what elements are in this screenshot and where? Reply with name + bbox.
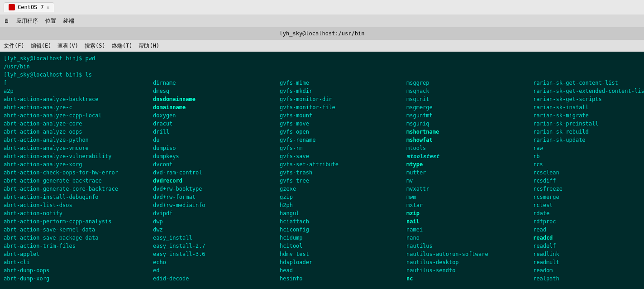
- ls-item: nautilus: [406, 242, 533, 250]
- ls-item: gvfs-monitor-file: [280, 103, 406, 111]
- ls-item: mshowfat: [406, 136, 533, 144]
- ls-item: dmesg: [153, 87, 280, 95]
- ls-item: hciattach: [280, 217, 406, 226]
- ls-item: head: [280, 266, 406, 275]
- ls-item: abrt-action-perform-ccpp-analysis: [4, 217, 153, 226]
- ls-item: hciconfig: [280, 226, 406, 234]
- ls-item: rcsclean: [533, 169, 644, 177]
- ls-item: edid-decode: [153, 275, 280, 283]
- edit-menu[interactable]: 编辑(E): [31, 42, 52, 50]
- ls-item: domainname: [153, 103, 280, 111]
- ls-item: readmult: [533, 258, 644, 266]
- ls-item: readelf: [533, 242, 644, 250]
- ls-item: realpath: [533, 275, 644, 283]
- ls-item: hcidump: [280, 234, 406, 242]
- ls-item: gvfs-tree: [280, 177, 406, 185]
- terminal-content[interactable]: [lyh_sky@localhost bin]$ pwd /usr/bin [l…: [0, 52, 644, 289]
- ls-item: nc: [406, 275, 533, 283]
- ls-item: hesinfo: [280, 275, 406, 283]
- tab-close-button[interactable]: ×: [47, 5, 50, 10]
- file-menu[interactable]: 文件(F): [4, 42, 24, 50]
- ls-item: abrt-action-analyze-oops: [4, 128, 153, 136]
- ls-item: rdfproc: [533, 217, 644, 226]
- view-menu[interactable]: 查看(V): [57, 42, 78, 50]
- ls-item: msguniq: [406, 120, 533, 128]
- ls-item: mvxattr: [406, 185, 533, 193]
- ls-item: rcsdiff: [533, 177, 644, 185]
- ls-item: hdmv_test: [280, 250, 406, 258]
- ls-item: gvfs-trash: [280, 169, 406, 177]
- ls-item: msginit: [406, 95, 533, 103]
- terminal-line-2: /usr/bin: [4, 63, 640, 71]
- ls-item: dvd+rw-mediainfo: [153, 201, 280, 209]
- ls-item: readom: [533, 266, 644, 275]
- ls-column-0: [a2pabrt-action-analyze-backtraceabrt-ac…: [4, 79, 153, 283]
- ls-item: nautilus-desktop: [406, 258, 533, 266]
- ls-item: nautilus-sendto: [406, 266, 533, 275]
- help-menu[interactable]: 帮助(H): [138, 42, 159, 50]
- title-bar: CentOS 7 ×: [0, 0, 644, 14]
- ls-item: [: [4, 79, 153, 87]
- ls-item: abrt-action-analyze-ccpp-local: [4, 111, 153, 120]
- ls-column-1: dirnamedmesgdnsdomainnamedomainnamedoxyg…: [153, 79, 280, 283]
- ls-item: abrt-action-analyze-python: [4, 136, 153, 144]
- ls-item: abrt-action-save-package-data: [4, 234, 153, 242]
- ls-item: hangul: [280, 209, 406, 217]
- ls-item: dvd+rw-booktype: [153, 185, 280, 193]
- ls-item: dracut: [153, 120, 280, 128]
- ls-column-3: msggrepmsghackmsginitmsgmergemsgunfmtmsg…: [406, 79, 533, 283]
- ls-item: gvfs-mime: [280, 79, 406, 87]
- ls-item: rarian-sk-install: [533, 103, 644, 111]
- ls-item: echo: [153, 258, 280, 266]
- tab-label: CentOS 7: [18, 4, 44, 10]
- ls-item: mtoolstest: [406, 152, 533, 160]
- ls-item: rcsmerge: [533, 193, 644, 201]
- ls-item: drill: [153, 128, 280, 136]
- ls-item: namei: [406, 226, 533, 234]
- ls-item: mtools: [406, 144, 533, 152]
- ls-item: du: [153, 136, 280, 144]
- places-menu[interactable]: 位置: [45, 17, 56, 25]
- ls-item: abrt-action-check-oops-for-hw-error: [4, 169, 153, 177]
- ls-item: gvfs-rename: [280, 136, 406, 144]
- ls-item: rarian-sk-get-extended-content-list: [533, 87, 644, 95]
- ls-item: h2ph: [280, 201, 406, 209]
- app-icon: 🖥: [4, 18, 9, 24]
- ls-item: abrt-action-save-kernel-data: [4, 226, 153, 234]
- ls-item: rcs: [533, 160, 644, 169]
- ls-item: abrt-action-analyze-vulnerability: [4, 152, 153, 160]
- ls-item: gvfs-mkdir: [280, 87, 406, 95]
- ls-item: mv: [406, 177, 533, 185]
- centos-tab[interactable]: CentOS 7 ×: [4, 2, 54, 12]
- ls-item: easy_install-2.7: [153, 242, 280, 250]
- search-menu[interactable]: 搜索(S): [85, 42, 105, 50]
- terminal-top-menu[interactable]: 终端: [63, 17, 74, 25]
- terminal-menu-bar: 文件(F) 编辑(E) 查看(V) 搜索(S) 终端(T) 帮助(H): [0, 40, 644, 52]
- ls-item: rcsfreeze: [533, 185, 644, 193]
- ls-item: abrt-applet: [4, 250, 153, 258]
- ls-item: abrt-action-install-debuginfo: [4, 193, 153, 201]
- ls-item: rarian-sk-update: [533, 136, 644, 144]
- ls-item: dumpkeys: [153, 152, 280, 160]
- ls-item: hcitool: [280, 242, 406, 250]
- terminal-menu-item[interactable]: 终端(T): [112, 42, 133, 50]
- ls-item: rarian-sk-migrate: [533, 111, 644, 120]
- ls-item: gvfs-monitor-dir: [280, 95, 406, 103]
- ls-item: gzexe: [280, 185, 406, 193]
- ls-item: dwp: [153, 217, 280, 226]
- ls-item: gvfs-mount: [280, 111, 406, 120]
- ls-item: rarian-sk-get-scripts: [533, 95, 644, 103]
- ls-item: mutter: [406, 169, 533, 177]
- applications-menu[interactable]: 应用程序: [16, 17, 38, 25]
- ls-item: abrt-action-analyze-c: [4, 103, 153, 111]
- centos-icon: [9, 4, 15, 10]
- ls-item: rarian-sk-rebuild: [533, 128, 644, 136]
- ls-item: abrt-action-generate-backtrace: [4, 177, 153, 185]
- ls-item: nano: [406, 234, 533, 242]
- ls-item: readlink: [533, 250, 644, 258]
- ls-item: abrt-action-analyze-backtrace: [4, 95, 153, 103]
- ls-item: abrt-cli: [4, 258, 153, 266]
- app-menu-bar: 🖥 应用程序 位置 终端: [0, 14, 644, 27]
- ls-item: msggrep: [406, 79, 533, 87]
- ls-item: msgmerge: [406, 103, 533, 111]
